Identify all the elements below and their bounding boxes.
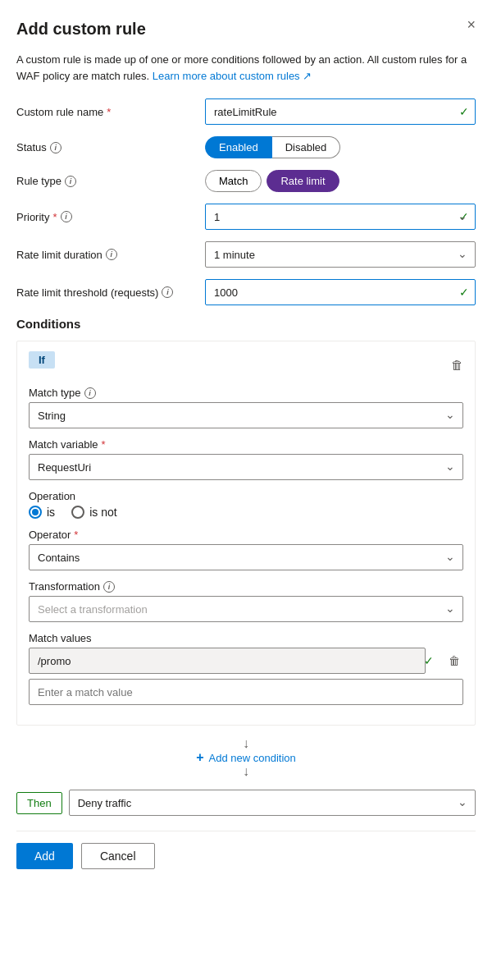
- match-values-group: Match values ✓ 🗑: [29, 632, 463, 705]
- check-icon: ✓: [459, 105, 469, 118]
- footer-divider: [16, 831, 476, 831]
- match-variable-select[interactable]: RequestUri QueryString RequestBody: [29, 454, 463, 480]
- operation-group: Operation is is not: [29, 490, 463, 519]
- then-action-select[interactable]: Deny traffic Allow traffic Log request R…: [69, 790, 476, 816]
- radio-is-filled: [29, 506, 42, 519]
- match-variable-label: Match variable *: [29, 438, 463, 451]
- threshold-check-icon: ✓: [459, 286, 469, 299]
- operator-required: *: [74, 529, 78, 541]
- match-value-delete-icon[interactable]: 🗑: [445, 651, 463, 671]
- match-variable-group: Match variable * RequestUri QueryString …: [29, 438, 463, 480]
- status-label: Status i: [16, 141, 205, 153]
- rate-limit-duration-select[interactable]: 1 minute 5 minutes: [205, 241, 476, 268]
- custom-rule-name-input[interactable]: [205, 98, 476, 125]
- required-indicator: *: [107, 106, 111, 118]
- rate-threshold-info-icon[interactable]: i: [162, 286, 173, 298]
- operator-label: Operator *: [29, 529, 463, 541]
- match-values-area: ✓ 🗑: [29, 648, 463, 705]
- operation-is-option[interactable]: is: [29, 506, 55, 519]
- match-type-group: Match type i String IP Address Geo: [29, 387, 463, 428]
- transformation-info-icon[interactable]: i: [103, 581, 115, 593]
- transformation-group: Transformation i Select a transformation…: [29, 580, 463, 622]
- learn-more-link[interactable]: Learn more about custom rules ↗: [153, 70, 312, 82]
- operation-isnot-label: is not: [89, 506, 116, 519]
- add-button[interactable]: Add: [16, 843, 73, 869]
- add-condition-area: ↓ + Add new condition ↓: [16, 737, 476, 778]
- match-type-label: Match type i: [29, 387, 463, 399]
- status-info-icon[interactable]: i: [50, 142, 61, 153]
- transformation-select[interactable]: Select a transformation Lowercase Upperc…: [29, 596, 463, 622]
- panel-title: Add custom rule: [16, 20, 146, 39]
- operation-label: Operation: [29, 490, 463, 502]
- transformation-label: Transformation i: [29, 580, 463, 593]
- rate-duration-info-icon[interactable]: i: [106, 249, 117, 260]
- match-type-select[interactable]: String IP Address Geo: [29, 402, 463, 428]
- arrow-down-icon: ↓: [16, 737, 476, 750]
- match-variable-required: *: [102, 438, 106, 451]
- radio-isnot-empty: [71, 506, 84, 519]
- then-row: Then Deny traffic Allow traffic Log requ…: [16, 790, 476, 816]
- cancel-button[interactable]: Cancel: [81, 843, 155, 869]
- operation-isnot-option[interactable]: is not: [71, 506, 116, 519]
- plus-icon: +: [196, 750, 203, 765]
- operation-is-label: is: [47, 506, 55, 519]
- operator-select[interactable]: Contains Equals StartsWith EndsWith: [29, 544, 463, 570]
- priority-required-indicator: *: [52, 211, 57, 223]
- priority-input[interactable]: [205, 204, 476, 230]
- footer-buttons: Add Cancel: [16, 843, 476, 869]
- add-condition-button[interactable]: + Add new condition: [196, 750, 296, 765]
- rule-type-label: Rule type i: [16, 175, 205, 187]
- conditions-section-title: Conditions: [16, 317, 476, 331]
- new-match-value-input[interactable]: [29, 679, 463, 705]
- close-button[interactable]: ×: [467, 16, 476, 34]
- rule-type-info-icon[interactable]: i: [65, 176, 76, 187]
- rate-limit-duration-label: Rate limit duration i: [16, 249, 205, 261]
- description-text: A custom rule is made up of one or more …: [16, 52, 476, 84]
- priority-info-icon[interactable]: i: [61, 211, 72, 222]
- priority-label: Priority * i: [16, 211, 205, 223]
- match-value-row: ✓ 🗑: [29, 648, 463, 674]
- rate-limit-threshold-label: Rate limit threshold (requests) i: [16, 286, 205, 299]
- custom-rule-name-label: Custom rule name *: [16, 106, 205, 118]
- if-badge: If: [29, 351, 55, 369]
- status-disabled-button[interactable]: Disabled: [272, 136, 341, 158]
- match-value-input[interactable]: [29, 648, 426, 674]
- rate-limit-threshold-input[interactable]: [205, 279, 476, 305]
- status-enabled-button[interactable]: Enabled: [205, 136, 272, 158]
- priority-check-icon: ✓: [459, 210, 469, 223]
- match-type-info-icon[interactable]: i: [84, 387, 96, 399]
- external-link-icon: ↗: [303, 70, 312, 82]
- then-badge: Then: [16, 792, 62, 814]
- add-condition-label: Add new condition: [209, 752, 296, 764]
- match-values-label: Match values: [29, 632, 463, 644]
- rule-type-match-button[interactable]: Match: [205, 170, 262, 192]
- delete-condition-icon[interactable]: 🗑: [451, 358, 463, 372]
- operator-group: Operator * Contains Equals StartsWith En…: [29, 529, 463, 570]
- match-value-check: ✓: [424, 654, 434, 667]
- rule-type-rate-limit-button[interactable]: Rate limit: [266, 170, 339, 192]
- arrow-down-icon-2: ↓: [16, 765, 476, 778]
- conditions-box: If 🗑 Match type i String IP Address Geo …: [16, 341, 476, 726]
